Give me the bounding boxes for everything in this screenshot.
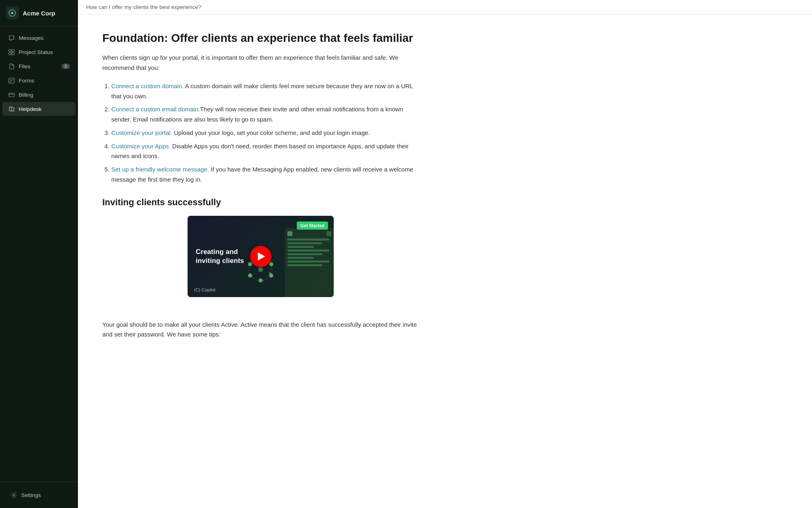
list-item: Connect a custom domain. A custom domain… [111,81,419,102]
intro-text: When clients sign up for your portal, it… [102,53,419,73]
sidebar-item-messages[interactable]: Messages [2,31,76,45]
recommendation-list: Connect a custom domain. A custom domain… [102,81,419,185]
files-badge: 8 [62,63,70,69]
list-item: Set up a friendly welcome message. If yo… [111,165,419,185]
brand-name: Acme Corp [23,10,55,17]
customize-portal-link[interactable]: Customize your portal. [111,129,172,136]
sidebar-item-label: Billing [19,92,33,98]
mock-bar [287,261,329,263]
list-item: Connect a custom email domain.They will … [111,104,419,125]
svg-rect-3 [12,50,14,52]
welcome-message-link[interactable]: Set up a friendly welcome message. [111,166,209,173]
sidebar: Acme Corp Messages Project Status Files … [0,0,78,508]
custom-domain-link[interactable]: Connect a custom domain. [111,82,184,89]
mock-bar [287,253,322,255]
mock-bar [287,264,322,266]
svg-rect-2 [9,50,11,52]
sidebar-item-forms[interactable]: Forms [2,74,76,87]
book-icon [8,106,15,112]
gear-icon [11,492,17,498]
mock-bar [287,242,322,244]
main-content: How can I offer my clients the best expe… [78,0,812,508]
mock-bar [287,246,314,248]
video-title-line2: inviting clients [196,256,244,265]
main-nav: Messages Project Status Files 8 Forms [0,26,78,482]
credit-icon [8,91,15,98]
get-started-badge: Get Started [297,221,328,230]
app-logo [6,7,19,20]
file-icon [8,63,15,69]
chat-icon [8,35,15,41]
form-icon [8,77,15,84]
svg-point-1 [11,12,13,14]
mock-bar [287,257,314,259]
sidebar-footer: Settings [0,482,78,508]
sidebar-item-label: Settings [21,492,41,498]
video-mock-ui [285,228,334,297]
customize-apps-link[interactable]: Customize your Apps. [111,143,171,150]
section2-title: Inviting clients successfully [102,197,419,208]
svg-text:+: + [269,271,271,276]
video-title-line1: Creating and [196,247,244,256]
sidebar-item-billing[interactable]: Billing [2,88,76,102]
sidebar-item-label: Project Status [19,49,53,55]
svg-rect-5 [12,52,14,55]
play-button[interactable] [250,246,271,267]
topbar: How can I offer my clients the best expe… [78,0,812,15]
sidebar-item-label: Helpdesk [19,106,41,112]
grid-icon [8,49,15,55]
video-title: Creating and inviting clients [196,247,244,265]
mock-bar [287,239,329,241]
svg-point-13 [259,278,263,282]
svg-rect-7 [9,93,14,97]
sidebar-header: Acme Corp [0,0,78,26]
sidebar-item-label: Messages [19,35,44,41]
video-thumbnail[interactable]: Get Started Creating and inviting client… [188,216,334,297]
list-item: Customize your portal. Upload your your … [111,128,419,138]
mock-bar [287,250,329,252]
custom-email-link[interactable]: Connect a custom email domain. [111,106,200,113]
outro-paragraph: Your goal should be to make all your cli… [102,320,419,340]
sidebar-item-helpdesk[interactable]: Helpdesk [2,102,76,116]
svg-point-15 [248,262,252,266]
breadcrumb: How can I offer my clients the best expe… [86,4,201,10]
sidebar-item-label: Files [19,63,30,69]
svg-point-16 [258,267,263,272]
copilot-label: (C) Copilot [194,287,216,292]
sidebar-item-project-status[interactable]: Project Status [2,45,76,59]
sidebar-item-settings[interactable]: Settings [5,488,73,502]
list-item-text: Upload your your logo, set your color sc… [172,129,370,136]
page-title: Foundation: Offer clients an experience … [102,31,419,46]
list-item: Customize your Apps. Disable Apps you do… [111,141,419,162]
svg-point-14 [248,274,252,278]
content-area: Foundation: Offer clients an experience … [78,15,443,364]
sidebar-item-files[interactable]: Files 8 [2,59,76,73]
svg-point-8 [13,494,15,496]
sidebar-item-label: Forms [19,78,34,84]
svg-rect-4 [9,52,11,55]
